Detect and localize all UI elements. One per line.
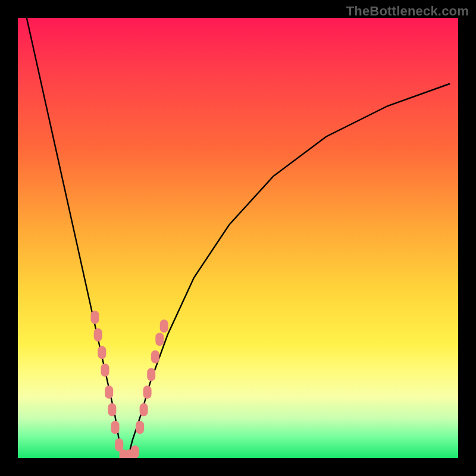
- data-marker: [151, 350, 159, 364]
- data-marker: [94, 328, 102, 342]
- plot-area: [18, 18, 458, 458]
- data-marker: [98, 346, 106, 359]
- data-marker: [108, 403, 116, 416]
- data-marker: [101, 364, 109, 377]
- data-marker: [131, 446, 139, 458]
- data-marker: [147, 368, 155, 381]
- curve-layer: [18, 18, 458, 458]
- plot-frame: [18, 18, 458, 458]
- data-marker: [136, 421, 144, 434]
- bottleneck-curve: [27, 18, 449, 458]
- data-marker: [111, 421, 120, 434]
- data-markers: [91, 311, 168, 458]
- data-marker: [155, 333, 164, 346]
- data-marker: [143, 386, 152, 399]
- data-marker: [160, 320, 168, 333]
- watermark-text: TheBottleneck.com: [346, 4, 469, 19]
- data-marker: [91, 311, 99, 324]
- data-marker: [115, 439, 123, 452]
- data-marker: [140, 403, 148, 416]
- data-marker: [105, 386, 113, 399]
